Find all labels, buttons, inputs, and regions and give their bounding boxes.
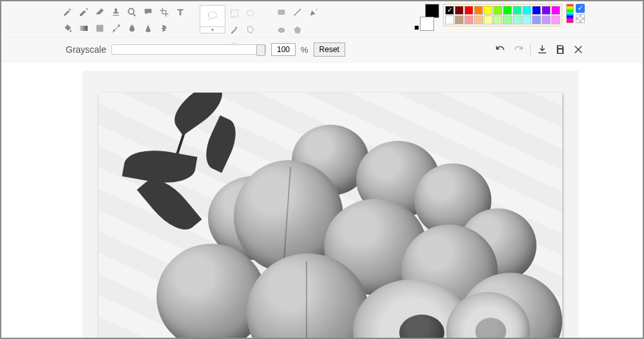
blur-tool[interactable] bbox=[125, 21, 139, 35]
free-select-tool[interactable] bbox=[243, 6, 258, 21]
separator bbox=[530, 44, 531, 55]
foreground-swatch[interactable] bbox=[425, 4, 439, 18]
transparency-swatch[interactable] bbox=[576, 14, 585, 23]
file-actions bbox=[494, 43, 585, 56]
smudge-tool[interactable] bbox=[157, 21, 171, 35]
lasso-dropdown[interactable]: ▼ bbox=[200, 27, 225, 33]
eyedropper-tool[interactable] bbox=[109, 21, 123, 35]
palette-color[interactable] bbox=[455, 6, 464, 15]
svg-rect-0 bbox=[80, 26, 88, 31]
panel-tool[interactable] bbox=[93, 21, 107, 35]
redo-button[interactable] bbox=[512, 43, 525, 56]
text-tool[interactable] bbox=[173, 5, 187, 19]
palette-color[interactable] bbox=[542, 6, 551, 15]
magic-wand-tool[interactable] bbox=[227, 23, 242, 37]
crop-tool[interactable] bbox=[157, 5, 171, 19]
palette-color[interactable] bbox=[513, 6, 522, 15]
palette-color[interactable] bbox=[513, 15, 522, 24]
palette-grid bbox=[445, 6, 560, 24]
download-button[interactable] bbox=[536, 43, 549, 56]
stamp-tool[interactable] bbox=[109, 5, 123, 19]
layer-visible-checkbox[interactable]: ✓ bbox=[576, 4, 585, 13]
grayscale-slider[interactable] bbox=[111, 44, 266, 55]
image-canvas[interactable] bbox=[99, 93, 562, 339]
rect-select-tool[interactable] bbox=[227, 6, 242, 21]
palette-color[interactable] bbox=[522, 6, 531, 15]
color-palette bbox=[443, 4, 562, 26]
undo-button[interactable] bbox=[494, 43, 507, 56]
svg-rect-2 bbox=[231, 10, 238, 17]
ellipse-shape-tool[interactable] bbox=[274, 23, 289, 37]
fg-bg-swatches[interactable] bbox=[420, 4, 439, 31]
svg-point-5 bbox=[278, 28, 285, 33]
percent-label: % bbox=[301, 45, 308, 55]
effect-bar: Grayscale % Reset bbox=[1, 37, 643, 63]
slider-thumb[interactable] bbox=[256, 44, 265, 56]
hue-strip[interactable] bbox=[566, 4, 574, 23]
palette-color[interactable] bbox=[474, 6, 483, 15]
swap-colors-icon[interactable] bbox=[415, 26, 419, 30]
grayscale-value-input[interactable] bbox=[271, 43, 296, 56]
brush-tool[interactable] bbox=[61, 5, 75, 19]
pen-shape-tool[interactable] bbox=[307, 5, 321, 19]
palette-color[interactable] bbox=[532, 6, 541, 15]
magnifier-tool[interactable] bbox=[125, 5, 139, 19]
bucket-tool[interactable] bbox=[61, 21, 75, 35]
palette-color[interactable] bbox=[551, 15, 560, 24]
line-shape-tool[interactable] bbox=[290, 5, 305, 19]
save-button[interactable] bbox=[554, 43, 567, 56]
polygon-shape-tool[interactable] bbox=[290, 23, 305, 37]
svg-rect-4 bbox=[278, 10, 285, 15]
draw-tools-group bbox=[59, 4, 194, 37]
palette-color[interactable] bbox=[484, 6, 493, 15]
palette-color[interactable] bbox=[464, 15, 473, 24]
reset-button[interactable]: Reset bbox=[314, 42, 345, 57]
image-content bbox=[99, 93, 562, 339]
palette-color[interactable] bbox=[445, 15, 454, 24]
shape-tools-group bbox=[273, 4, 337, 39]
svg-rect-1 bbox=[97, 25, 104, 32]
poly-select-tool[interactable] bbox=[243, 23, 258, 37]
palette-color[interactable] bbox=[493, 6, 502, 15]
eraser-tool[interactable] bbox=[93, 5, 107, 19]
palette-color[interactable] bbox=[484, 15, 493, 24]
palette-color[interactable] bbox=[493, 15, 502, 24]
palette-color[interactable] bbox=[445, 6, 454, 15]
palette-color[interactable] bbox=[455, 15, 464, 24]
palette-color[interactable] bbox=[532, 15, 541, 24]
palette-color[interactable] bbox=[522, 15, 531, 24]
close-button[interactable] bbox=[572, 43, 585, 56]
palette-color[interactable] bbox=[474, 15, 483, 24]
palette-color[interactable] bbox=[464, 6, 473, 15]
effect-label: Grayscale bbox=[66, 44, 106, 55]
palette-color[interactable] bbox=[503, 15, 512, 24]
background-swatch[interactable] bbox=[420, 17, 434, 31]
color-area: ✓ bbox=[420, 4, 585, 31]
lasso-tool[interactable] bbox=[200, 5, 225, 27]
cone-tool[interactable] bbox=[141, 21, 155, 35]
gradient-tool[interactable] bbox=[77, 21, 91, 35]
palette-color[interactable] bbox=[551, 6, 560, 15]
rectangle-shape-tool[interactable] bbox=[274, 5, 289, 19]
palette-color[interactable] bbox=[542, 15, 551, 24]
pencil-tool[interactable] bbox=[77, 5, 91, 19]
top-toolbar: ▼ bbox=[1, 1, 643, 37]
palette-color[interactable] bbox=[503, 6, 512, 15]
canvas-area bbox=[82, 71, 578, 339]
speech-bubble-tool[interactable] bbox=[141, 5, 155, 19]
